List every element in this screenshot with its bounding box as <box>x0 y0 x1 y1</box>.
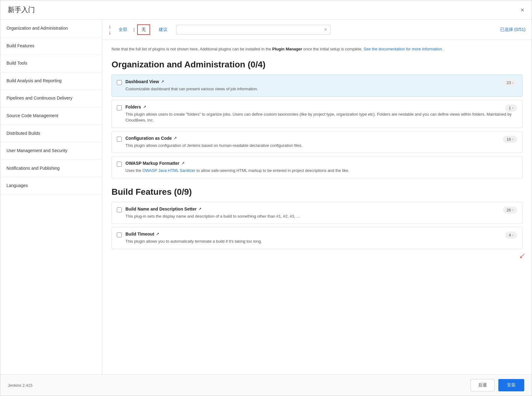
plugin-item-dashboard-view: Dashboard View ↗ Customizable dashboard … <box>112 75 522 97</box>
notice-text2: once the initial setup is complete. <box>302 47 364 51</box>
filter-suggest-tab[interactable]: 建议 <box>155 25 171 34</box>
plugin-item-config-as-code: Configuration as Code ↗ This plugin allo… <box>112 131 522 153</box>
sidebar-item-distributed-builds[interactable]: Distributed Builds <box>0 125 102 143</box>
sidebar: Organization and Administration Build Fe… <box>0 20 102 374</box>
external-link-icon: ↗ <box>198 207 201 211</box>
sidebar-item-source-code[interactable]: Source Code Management <box>0 107 102 125</box>
plugin-count-config-as-code[interactable]: 16 › <box>503 136 517 143</box>
plugin-desc-folders: This plugin allows users to create "fold… <box>125 111 517 123</box>
section-title-org-admin: Organization and Administration (0/4) <box>112 60 522 70</box>
plugin-item-owasp: OWASP Markup Formatter ↗ Uses the OWASP … <box>112 156 522 178</box>
filter-bar: ↓ ↓ 全部 | 无 建议 × 已选择 (0/51) <box>102 20 532 40</box>
footer: Jenkins 2.415 后退 安装 <box>0 374 532 396</box>
notice-plugin-manager: Plugin Manager <box>272 47 302 51</box>
plugin-count-folders[interactable]: 1 › <box>505 104 517 112</box>
sidebar-item-build-tools[interactable]: Build Tools <box>0 55 102 72</box>
plugin-checkbox-owasp[interactable] <box>117 162 122 167</box>
plugin-checkbox-build-timeout[interactable] <box>117 232 122 237</box>
plugin-desc-config-as-code: This plugin allows configuration of Jenk… <box>125 143 517 149</box>
section-title-build-features: Build Features (0/9) <box>112 187 522 197</box>
sidebar-item-pipelines[interactable]: Pipelines and Continuous Delivery <box>0 90 102 107</box>
close-button[interactable]: × <box>521 6 524 14</box>
plugin-body-build-timeout: Build Timeout ↗ This plugin allows you t… <box>125 232 517 245</box>
install-button[interactable]: 安装 <box>498 379 524 391</box>
sidebar-item-build-analysis[interactable]: Build Analysis and Reporting <box>0 72 102 90</box>
plugin-body-build-name-setter: Build Name and Description Setter ↗ This… <box>125 207 517 219</box>
external-link-icon: ↗ <box>143 105 146 109</box>
notice-doc-link[interactable]: See the documentation for more informati… <box>364 47 443 51</box>
chevron-right-icon: › <box>512 208 513 212</box>
external-link-icon: ↗ <box>174 136 177 140</box>
plugin-item-build-timeout: Build Timeout ↗ This plugin allows you t… <box>112 227 522 249</box>
plugin-title-build-timeout: Build Timeout ↗ <box>125 232 517 236</box>
filter-all-tab[interactable]: 全部 <box>115 25 131 34</box>
external-link-icon: ↗ <box>161 79 164 84</box>
plugin-desc-owasp: Uses the OWASP Java HTML Sanitizer to al… <box>125 168 517 174</box>
plugin-body-dashboard-view: Dashboard View ↗ Customizable dashboard … <box>125 79 517 92</box>
plugin-title-build-name-setter: Build Name and Description Setter ↗ <box>125 207 517 211</box>
chevron-right-icon: › <box>512 137 513 141</box>
content-area: Note that the full list of plugins is no… <box>102 40 532 374</box>
plugin-item-folders: Folders ↗ This plugin allows users to cr… <box>112 100 522 128</box>
plugin-desc-dashboard-view: Customizable dashboard that can present … <box>125 86 517 92</box>
plugin-title-dashboard-view: Dashboard View ↗ <box>125 79 517 84</box>
filter-none-tab[interactable]: 无 <box>137 24 150 35</box>
plugin-count-build-name-setter[interactable]: 26 › <box>503 207 517 214</box>
sidebar-item-org-admin[interactable]: Organization and Administration <box>0 20 102 37</box>
plugin-body-folders: Folders ↗ This plugin allows users to cr… <box>125 104 517 123</box>
footer-version: Jenkins 2.415 <box>8 383 32 388</box>
chevron-right-icon: › <box>512 233 513 237</box>
external-link-icon: ↗ <box>156 232 159 236</box>
notice-text1: Note that the full list of plugins is no… <box>112 47 272 51</box>
back-button[interactable]: 后退 <box>471 379 495 391</box>
page-title: 新手入门 <box>8 5 35 15</box>
plugin-count-build-timeout[interactable]: 4 › <box>505 232 517 239</box>
plugin-title-folders: Folders ↗ <box>125 104 517 109</box>
plugin-checkbox-folders[interactable] <box>117 105 122 110</box>
sidebar-item-user-mgmt[interactable]: User Management and Security <box>0 142 102 160</box>
sidebar-item-languages[interactable]: Languages <box>0 177 102 195</box>
plugin-checkbox-build-name-setter[interactable] <box>117 207 122 212</box>
plugin-checkbox-dashboard-view[interactable] <box>117 80 122 85</box>
sidebar-item-build-features[interactable]: Build Features <box>0 37 102 55</box>
plugin-desc-build-name-setter: This plug-in sets the display name and d… <box>125 213 517 219</box>
search-input[interactable] <box>179 27 324 32</box>
search-box: × <box>176 25 331 35</box>
plugin-body-owasp: OWASP Markup Formatter ↗ Uses the OWASP … <box>125 161 517 174</box>
plugin-count-dashboard-view[interactable]: 23 › <box>503 79 517 86</box>
plugin-title-config-as-code: Configuration as Code ↗ <box>125 136 517 141</box>
notice-text: Note that the full list of plugins is no… <box>112 46 522 53</box>
plugin-checkbox-config-as-code[interactable] <box>117 137 122 142</box>
chevron-right-icon: › <box>512 106 513 110</box>
sidebar-item-notifications[interactable]: Notifications and Publishing <box>0 160 102 177</box>
owasp-sanitizer-link[interactable]: OWASP Java HTML Sanitizer <box>142 168 195 173</box>
selected-count: 已选择 (0/51) <box>500 27 526 32</box>
search-clear-button[interactable]: × <box>324 27 327 32</box>
filter-separator: | <box>133 27 135 32</box>
plugin-title-owasp: OWASP Markup Formatter ↗ <box>125 161 517 166</box>
main-panel: ↓ ↓ 全部 | 无 建议 × 已选择 (0/51) Not <box>102 20 532 374</box>
plugin-desc-build-timeout: This plugin allows you to automatically … <box>125 238 517 245</box>
footer-buttons: 后退 安装 <box>471 379 524 391</box>
external-link-icon: ↗ <box>181 161 184 165</box>
chevron-right-icon: › <box>512 81 513 85</box>
plugin-body-config-as-code: Configuration as Code ↗ This plugin allo… <box>125 136 517 149</box>
plugin-item-build-name-setter: Build Name and Description Setter ↗ This… <box>112 202 522 224</box>
